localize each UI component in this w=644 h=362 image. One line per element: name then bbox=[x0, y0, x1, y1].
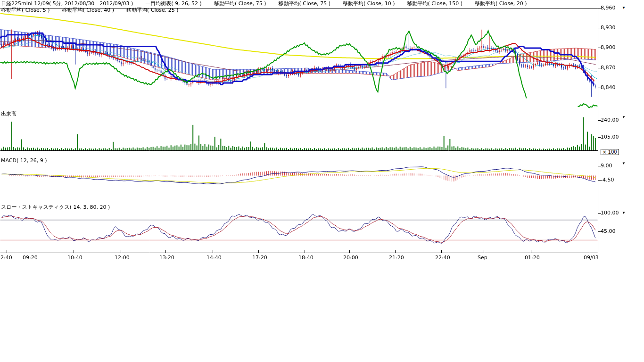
macd-pane-label: MACD( 12, 26, 9 ) bbox=[1, 157, 47, 164]
volume-multiplier-badge: × 100 bbox=[601, 149, 619, 155]
price-axis-label: 8,870 bbox=[601, 65, 616, 71]
time-axis-label: 20:00 bbox=[343, 255, 358, 261]
volume-pane-scroll-button[interactable]: ▼ bbox=[620, 115, 627, 120]
triangle-down-icon: ▼ bbox=[622, 161, 626, 165]
legend-item[interactable]: 移動平均( Close, 150 ) bbox=[407, 0, 463, 7]
stoch-axis-label: 100.00 bbox=[601, 210, 619, 216]
legend-item[interactable]: 移動平均( Close, 20 ) bbox=[475, 0, 527, 7]
time-axis-label: 12:00 bbox=[115, 255, 130, 261]
time-axis-label: 13:20 bbox=[159, 255, 174, 261]
triangle-down-icon: ▼ bbox=[622, 6, 626, 10]
time-axis-label: 21:20 bbox=[389, 255, 404, 261]
chart-canvas bbox=[0, 0, 644, 264]
legend-item[interactable]: 一目均衡表( 9, 26, 52 ) bbox=[145, 0, 202, 7]
time-axis-label: 14:40 bbox=[206, 255, 222, 261]
legend-item[interactable]: 移動平均( Close, 10 ) bbox=[343, 0, 395, 7]
price-axis-label: 8,900 bbox=[601, 44, 616, 50]
time-axis-label: 09/03 bbox=[584, 255, 599, 261]
instrument-title: 日経225mini 12/09( 5分, 2012/08/30 - 2012/0… bbox=[1, 0, 133, 7]
legend-item[interactable]: 移動平均( Close, 40 ) bbox=[62, 7, 115, 13]
price-axis-label: 8,960 bbox=[601, 5, 616, 11]
volume-axis-label: 240.00 bbox=[601, 117, 619, 123]
time-axis-label: 22:40 bbox=[435, 255, 450, 261]
macd-axis-label: -4.50 bbox=[601, 177, 614, 183]
legend-item[interactable]: 移動平均( Close, 75 ) bbox=[214, 0, 266, 7]
price-pane-scroll-button[interactable]: ▼ bbox=[620, 5, 627, 11]
time-axis-label: 18:40 bbox=[298, 255, 314, 261]
stoch-pane-scroll-button[interactable]: ▼ bbox=[620, 210, 627, 216]
stochastics-pane-label: スロー・ストキャスティクス( 14, 3, 80, 20 ) bbox=[1, 204, 110, 211]
time-axis-label: Sep bbox=[478, 255, 487, 261]
time-axis-label: 09:20 bbox=[23, 255, 38, 261]
time-axis-label: 2:40 bbox=[0, 255, 12, 261]
legend-item[interactable]: 移動平均( Close, 75 ) bbox=[278, 0, 330, 7]
legend-line-2: 移動平均( Close, 5 )移動平均( Close, 40 )移動平均( C… bbox=[1, 7, 191, 13]
chart-window: 日経225mini 12/09( 5分, 2012/08/30 - 2012/0… bbox=[0, 0, 644, 362]
stoch-axis-label: 45.00 bbox=[601, 228, 616, 234]
time-axis-label: 17:20 bbox=[252, 255, 267, 261]
volume-pane-label: 出来高 bbox=[1, 110, 17, 117]
triangle-down-icon: ▼ bbox=[622, 115, 626, 119]
macd-pane-scroll-button[interactable]: ▼ bbox=[620, 161, 627, 166]
legend-item[interactable]: 移動平均( Close, 25 ) bbox=[126, 7, 179, 13]
price-axis-label: 8,930 bbox=[601, 25, 616, 31]
price-axis-label: 8,840 bbox=[601, 84, 616, 90]
time-axis-label: 10:40 bbox=[67, 255, 83, 261]
triangle-down-icon: ▼ bbox=[622, 211, 626, 215]
macd-axis-label: 9.00 bbox=[601, 163, 612, 169]
legend-line-1: 日経225mini 12/09( 5分, 2012/08/30 - 2012/0… bbox=[1, 0, 539, 7]
time-axis-label: 01:20 bbox=[525, 255, 540, 261]
volume-axis-label: 105.00 bbox=[601, 134, 619, 140]
legend-item[interactable]: 移動平均( Close, 5 ) bbox=[1, 7, 50, 13]
